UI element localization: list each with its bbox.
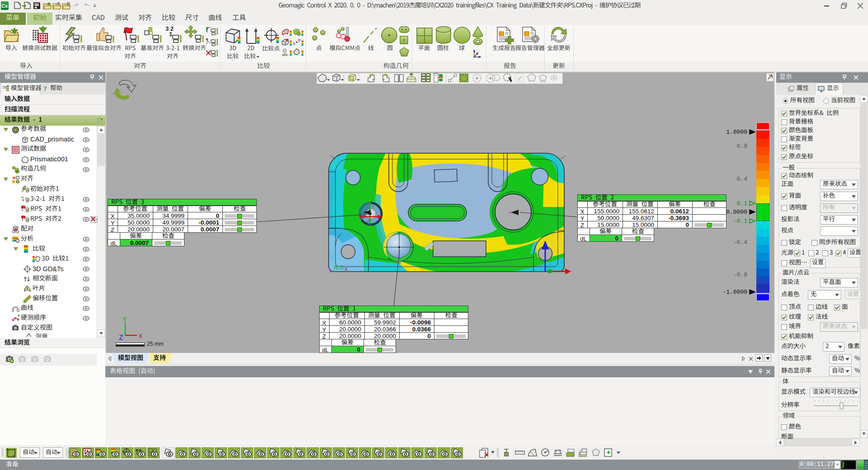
svg-text:1: 1 bbox=[22, 198, 24, 202]
svg-text:y: y bbox=[330, 254, 334, 260]
svg-text:X: X bbox=[139, 333, 142, 340]
svg-text:Z: Z bbox=[119, 334, 123, 342]
svg-text:x: x bbox=[344, 266, 348, 273]
svg-text:?: ? bbox=[43, 85, 47, 92]
svg-text:1: 1 bbox=[169, 31, 172, 38]
svg-text:Y: Y bbox=[123, 316, 126, 323]
